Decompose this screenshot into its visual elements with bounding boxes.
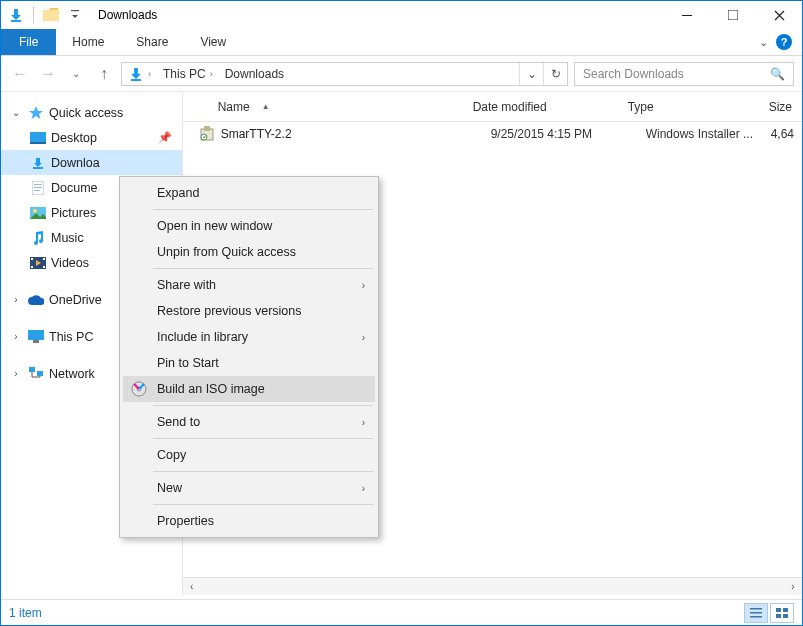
window-title: Downloads — [90, 8, 157, 22]
minimize-button[interactable] — [664, 1, 710, 29]
nav-desktop[interactable]: Desktop 📌 — [1, 125, 182, 150]
help-button[interactable]: ? — [776, 34, 792, 50]
network-icon — [27, 366, 45, 382]
titlebar: Downloads — [1, 1, 802, 29]
svg-rect-30 — [750, 612, 762, 614]
monitor-icon — [27, 329, 45, 345]
svg-rect-25 — [204, 126, 210, 131]
address-dropdown[interactable]: ⌄ — [519, 63, 543, 85]
breadcrumb-thispc[interactable]: This PC — [163, 67, 206, 81]
qat-dropdown-icon[interactable] — [64, 4, 86, 26]
menu-expand[interactable]: Expand — [123, 180, 375, 206]
file-date: 9/25/2015 4:15 PM — [491, 127, 646, 141]
msi-icon — [199, 126, 217, 142]
menu-open-new-window[interactable]: Open in new window — [123, 213, 375, 239]
menu-unpin-quick-access[interactable]: Unpin from Quick access — [123, 239, 375, 265]
forward-button[interactable]: → — [37, 63, 59, 85]
menu-copy[interactable]: Copy — [123, 442, 375, 468]
svg-rect-11 — [34, 187, 42, 188]
document-icon — [29, 180, 47, 196]
view-details-button[interactable] — [744, 603, 768, 623]
status-bar: 1 item — [1, 599, 802, 625]
file-size: 4,64 — [771, 127, 802, 141]
desktop-icon — [29, 130, 47, 146]
ribbon: File Home Share View ⌄ ? — [1, 29, 802, 56]
svg-rect-10 — [34, 184, 42, 185]
svg-rect-23 — [37, 371, 43, 376]
svg-rect-12 — [34, 190, 40, 191]
address-bar[interactable]: › This PC› Downloads ⌄ ↻ — [121, 62, 568, 86]
menu-share-with[interactable]: Share with› — [123, 272, 375, 298]
tab-view[interactable]: View — [184, 29, 242, 55]
pin-icon: 📌 — [158, 131, 172, 144]
file-row[interactable]: SmarTTY-2.2 9/25/2015 4:15 PM Windows In… — [183, 122, 802, 146]
svg-rect-34 — [776, 614, 781, 618]
svg-rect-4 — [728, 10, 738, 20]
horizontal-scrollbar[interactable]: ‹ › — [183, 577, 802, 595]
view-icons-button[interactable] — [770, 603, 794, 623]
svg-rect-6 — [30, 132, 46, 142]
tab-share[interactable]: Share — [120, 29, 184, 55]
menu-build-iso[interactable]: Build an ISO image — [123, 376, 375, 402]
submenu-icon: › — [362, 332, 365, 343]
sort-asc-icon: ▲ — [262, 102, 270, 111]
pictures-icon — [29, 205, 47, 221]
svg-rect-8 — [33, 167, 43, 169]
svg-rect-2 — [71, 10, 79, 11]
close-button[interactable] — [756, 1, 802, 29]
menu-pin-start[interactable]: Pin to Start — [123, 350, 375, 376]
menu-properties[interactable]: Properties — [123, 508, 375, 534]
col-name[interactable]: Name — [218, 100, 250, 114]
refresh-button[interactable]: ↻ — [543, 63, 567, 85]
svg-rect-0 — [11, 20, 21, 22]
tab-home[interactable]: Home — [56, 29, 120, 55]
breadcrumb-downloads[interactable]: Downloads — [225, 67, 284, 81]
col-date[interactable]: Date modified — [473, 100, 628, 114]
up-button[interactable]: ↑ — [93, 63, 115, 85]
svg-rect-18 — [43, 258, 45, 260]
col-type[interactable]: Type — [628, 100, 753, 114]
videos-icon — [29, 255, 47, 271]
svg-rect-22 — [29, 367, 35, 372]
scroll-left-icon[interactable]: ‹ — [183, 581, 201, 592]
status-text: 1 item — [9, 606, 42, 620]
menu-include-library[interactable]: Include in library› — [123, 324, 375, 350]
svg-rect-17 — [31, 266, 33, 268]
nav-downloads[interactable]: Downloa — [1, 150, 182, 175]
svg-rect-35 — [783, 614, 788, 618]
svg-rect-33 — [783, 608, 788, 612]
nav-quick-access[interactable]: ⌄ Quick access — [1, 100, 182, 125]
music-icon — [29, 230, 47, 246]
col-size[interactable]: Size — [753, 100, 802, 114]
maximize-button[interactable] — [710, 1, 756, 29]
address-root-icon[interactable]: › — [122, 66, 157, 82]
file-type: Windows Installer ... — [646, 127, 771, 141]
menu-send-to[interactable]: Send to› — [123, 409, 375, 435]
recent-dropdown[interactable]: ⌄ — [65, 63, 87, 85]
file-tab[interactable]: File — [1, 29, 56, 55]
svg-rect-5 — [131, 79, 141, 81]
navbar: ← → ⌄ ↑ › This PC› Downloads ⌄ ↻ Search … — [1, 56, 802, 92]
svg-point-26 — [201, 134, 207, 140]
scroll-right-icon[interactable]: › — [784, 581, 802, 592]
column-headers[interactable]: Name▲ Date modified Type Size — [183, 92, 802, 122]
search-icon: 🔍 — [770, 67, 785, 81]
svg-rect-3 — [682, 15, 692, 16]
svg-rect-1 — [43, 10, 59, 21]
submenu-icon: › — [362, 483, 365, 494]
folder-icon — [40, 4, 62, 26]
disc-icon — [129, 379, 149, 399]
svg-rect-20 — [28, 330, 44, 340]
onedrive-icon — [27, 292, 45, 308]
svg-rect-21 — [33, 340, 39, 343]
submenu-icon: › — [362, 280, 365, 291]
menu-new[interactable]: New› — [123, 475, 375, 501]
download-icon — [29, 155, 47, 171]
submenu-icon: › — [362, 417, 365, 428]
back-button[interactable]: ← — [9, 63, 31, 85]
ribbon-expand-icon[interactable]: ⌄ — [759, 36, 768, 49]
menu-restore-previous[interactable]: Restore previous versions — [123, 298, 375, 324]
svg-rect-19 — [43, 266, 45, 268]
search-input[interactable]: Search Downloads 🔍 — [574, 62, 794, 86]
app-icon — [5, 4, 27, 26]
